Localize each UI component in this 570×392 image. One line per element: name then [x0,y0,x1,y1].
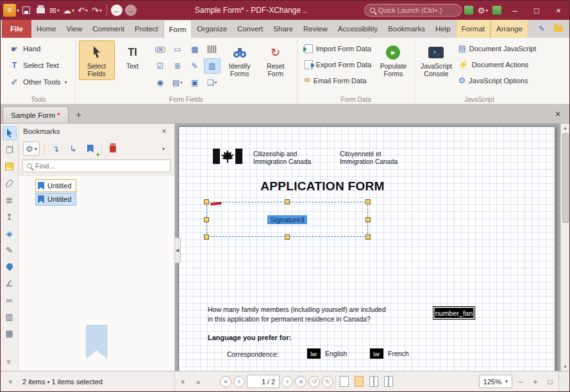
document-javascript-button[interactable]: ▤ Document JavaScript [454,40,540,56]
list-box-icon[interactable]: ≣ [169,58,186,74]
zoom-in-button[interactable]: + [529,375,542,388]
thumbnails-icon[interactable]: ❐ [3,143,17,157]
barcode-field-icon[interactable] [204,42,221,57]
scrollbar-thumb[interactable] [562,133,569,223]
javascript-console-button[interactable]: >_ JavaScript Console [418,40,454,80]
book-view-button[interactable] [382,375,395,388]
select-tool-icon[interactable] [3,126,17,140]
tab-protect[interactable]: Protect [130,20,163,38]
populate-forms-button[interactable]: ▶ Populate Forms [375,40,411,80]
next-view-button[interactable]: ↻ [322,376,333,388]
bookmarks-find-input[interactable] [35,162,166,170]
scroll-up-button[interactable]: ▲ [561,124,570,132]
email-form-data-button[interactable]: ✉ Email Form Data [301,72,376,88]
tab-help[interactable]: Help [430,20,456,38]
french-checkbox-field[interactable]: lar [370,348,383,359]
next-page-button[interactable]: › [281,376,293,388]
tab-view[interactable]: View [62,20,88,38]
email-button[interactable]: ✉ ▾ [47,3,62,18]
previous-page-button[interactable]: ‹ [233,376,245,388]
tab-arrange[interactable]: Arrange [490,20,528,38]
vertical-scrollbar[interactable]: ▲ ▼ [560,124,569,371]
cloud-button[interactable]: ☁ ▾ [62,3,76,18]
reset-form-button[interactable]: ↻ Reset Form [258,40,294,80]
pdf-page[interactable]: Citizenship and Immigration Canada Citoy… [178,126,555,371]
tab-accessibility[interactable]: Accessibility [333,20,383,38]
export-form-data-button[interactable]: Export Form Data [301,56,376,72]
close-panel-button[interactable]: × [158,126,170,137]
content-icon[interactable]: ≣ [3,193,17,207]
select-text-button[interactable]: T Select Text [5,57,72,74]
tab-bookmarks[interactable]: Bookmarks [383,20,430,38]
add-sibling-bookmark-button[interactable]: ↳ [67,142,80,156]
attachments-icon[interactable] [3,176,17,190]
scroll-down-button[interactable]: ▼ [561,363,570,371]
zoom-level-dropdown[interactable]: 125% ▾ [479,375,512,388]
close-button[interactable]: × [548,1,569,20]
two-page-view-button[interactable] [367,375,380,388]
bookmark-options-button[interactable]: ⚙ ▾ [23,142,40,156]
page-number-input[interactable] [251,378,265,386]
tab-share[interactable]: Share [268,20,298,38]
tab-form[interactable]: Form [163,20,192,38]
maximize-button[interactable]: □ [526,1,548,20]
single-page-view-button[interactable] [338,375,351,388]
app-menu-button[interactable]: ≡ ▾ [3,3,19,18]
current-layout-button[interactable] [353,375,365,388]
redo-button[interactable]: ↷ ▾ [90,3,104,18]
import-form-data-button[interactable]: Import Form Data [301,40,376,56]
date-field-icon[interactable]: ▦ [187,42,203,57]
print-button[interactable] [33,3,47,18]
page-number-box[interactable]: / 2 [247,375,280,388]
new-bookmark-button[interactable]: + [84,142,97,156]
tab-convert[interactable]: Convert [232,20,268,38]
tab-organize[interactable]: Organize [192,20,232,38]
add-child-bookmark-button[interactable]: ↴ [49,142,62,156]
plugins-button[interactable] [462,3,476,18]
bookmark-item[interactable]: Untitled [35,179,76,192]
image-field-icon[interactable]: ▣ [187,75,203,90]
english-checkbox-field[interactable]: lar [307,348,321,359]
document-tab[interactable]: Sample Form * [3,106,69,123]
highlight-panel-icon[interactable]: ▥ [3,309,17,323]
highlight-fields-toggle[interactable]: ▥ [204,58,221,74]
push-button-icon[interactable]: OK [152,42,169,57]
close-document-button[interactable]: × [551,108,564,120]
panel-collapse-handle[interactable]: ◀ [175,238,181,263]
signature-field-icon[interactable]: ✎ [187,58,203,74]
tab-review[interactable]: Review [298,20,333,38]
text-field-icon[interactable]: ▭ [169,42,186,57]
tab-comment[interactable]: Comment [87,20,130,38]
save-button[interactable] [19,3,33,18]
collapse-toolbar-button[interactable]: « [192,375,205,388]
links-icon[interactable]: ∞ [3,293,17,307]
folder-options-icon[interactable] [551,22,566,36]
first-page-button[interactable]: « [220,376,231,388]
document-actions-button[interactable]: ⚡ Document Actions [454,56,540,72]
javascript-options-button[interactable]: ⚙ JavaScript Options [454,72,540,88]
comments-icon[interactable] [3,159,17,174]
toolbar-more-button[interactable]: ▾ [157,142,170,156]
destinations-icon[interactable] [3,259,17,274]
minimize-button[interactable]: – [504,1,526,20]
tab-home[interactable]: Home [31,20,62,38]
tab-file[interactable]: File [2,20,31,38]
more-panels-icon[interactable]: » [3,354,17,368]
quick-launch-input[interactable] [378,6,456,14]
radio-button-icon[interactable]: ◉ [152,75,169,90]
bookmark-item[interactable]: Untitled [35,193,76,206]
fields-panel-icon[interactable]: ▦ [3,326,17,340]
quick-launch[interactable] [364,4,462,17]
chevrons-down-icon[interactable]: » [4,375,17,388]
number-field[interactable]: number_fan [433,306,475,320]
check-box-icon[interactable]: ☑ [152,58,169,74]
text-field-button[interactable]: TI Text [115,40,151,72]
identify-forms-button[interactable]: Identify Forms [222,40,258,80]
previous-view-button[interactable]: ↺ [308,376,320,388]
signature-field-selection[interactable]: Signature3 [206,202,368,237]
export-icon[interactable]: ↥ [3,209,17,224]
tab-format[interactable]: Format [456,20,490,38]
history-forward-button[interactable]: → [124,3,138,18]
new-tab-button[interactable]: + [72,108,86,122]
undo-button[interactable]: ↶ ▾ [76,3,90,18]
